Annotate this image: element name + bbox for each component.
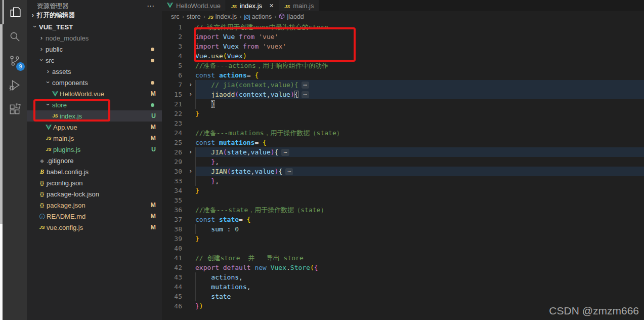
- fold-chevron-icon[interactable]: ›: [186, 90, 195, 99]
- line-number: 41: [162, 253, 186, 263]
- code-token: }: [195, 302, 199, 310]
- breadcrumb-item-index.js[interactable]: JSindex.js: [208, 13, 237, 20]
- activity-item-run-debug[interactable]: [3, 73, 27, 97]
- code-line-40: 40: [162, 244, 644, 253]
- tree-item-src[interactable]: ›src: [27, 55, 162, 66]
- tree-item-node_modules[interactable]: ›node_modules: [27, 32, 162, 44]
- line-number: 1: [162, 22, 186, 32]
- chevron-right-icon[interactable]: ›: [37, 34, 46, 42]
- tree-item-components[interactable]: ›components: [27, 77, 162, 88]
- tree-item-public[interactable]: ›public: [27, 44, 162, 55]
- tree-item-babel.config.js[interactable]: Bbabel.config.js: [27, 166, 162, 177]
- tab-label: HelloWorld.vue: [176, 2, 221, 10]
- folded-code-badge[interactable]: ⋯: [281, 149, 289, 156]
- sidebar-more-actions-icon[interactable]: ⋯: [147, 2, 155, 11]
- code-token: [195, 100, 211, 108]
- tree-item-store[interactable]: ›store: [27, 99, 162, 110]
- breadcrumb-item-jiaodd[interactable]: jiaodd: [279, 13, 304, 21]
- code-token: from: [243, 43, 263, 50]
- fold-gutter: [186, 157, 195, 167]
- activity-item-search[interactable]: [3, 24, 27, 49]
- breadcrumb-item-src[interactable]: src: [171, 13, 180, 20]
- code-line-42: 42export default new Vuex.Store({: [162, 263, 644, 272]
- chevron-right-icon[interactable]: ›: [44, 67, 52, 75]
- tree-item-assets[interactable]: ›assets: [27, 66, 162, 77]
- line-number: 4: [162, 51, 186, 61]
- folded-code-badge[interactable]: ⋯: [302, 91, 309, 98]
- activity-item-source-control[interactable]: 9: [3, 49, 27, 73]
- chevron-down-icon[interactable]: ›: [45, 78, 52, 86]
- code-token: [195, 168, 211, 175]
- code-line-3: 3import Vuex from 'vuex': [162, 42, 644, 51]
- code-text: [195, 195, 644, 205]
- fold-chevron-icon[interactable]: ›: [186, 80, 195, 90]
- activity-item-explorer[interactable]: [3, 0, 27, 24]
- tree-item-package-lock.json[interactable]: {}package-lock.json: [27, 188, 162, 199]
- tab-index.js[interactable]: JSindex.js✕: [226, 0, 279, 11]
- modified-children-dot: [151, 103, 154, 107]
- tree-item-label: App.vue: [53, 124, 77, 131]
- breadcrumb-item-actions[interactable]: [∅]actions: [244, 13, 272, 20]
- tree-item-vue.config.js[interactable]: JSvue.config.jsM: [27, 222, 162, 233]
- code-token: {: [278, 168, 282, 175]
- activity-item-extensions[interactable]: [3, 97, 27, 122]
- tab-HelloWorld.vue[interactable]: HelloWorld.vue: [162, 0, 226, 11]
- tree-item-index.js[interactable]: JSindex.jsU: [27, 110, 162, 122]
- chevron-down-icon[interactable]: ›: [31, 22, 39, 30]
- code-line-41: 41// 创建store 并 导出 store: [162, 253, 644, 263]
- breadcrumb: src›store›JSindex.js›[∅]actions›jiaodd: [162, 11, 644, 22]
- chevron-right-icon[interactable]: ›: [37, 45, 46, 53]
- code-line-33: 33 },: [162, 176, 644, 186]
- file-icon: JS: [44, 136, 53, 141]
- code-token: // 创建store 并 导出 store: [195, 254, 304, 262]
- tree-item-label: HelloWorld.vue: [60, 90, 104, 98]
- fold-gutter: [186, 205, 195, 215]
- line-number: 21: [162, 99, 186, 109]
- tree-item-App.vue[interactable]: App.vueM: [27, 122, 162, 133]
- tree-item-label: index.js: [60, 112, 82, 120]
- git-status-badge: M: [151, 224, 156, 231]
- code-token: JIAN: [211, 168, 227, 175]
- code-token: actions: [219, 71, 247, 79]
- tree-item-plugins.js[interactable]: JSplugins.jsU: [27, 144, 162, 155]
- tree-item-README.md[interactable]: iREADME.mdM: [27, 211, 162, 222]
- breadcrumb-label: actions: [252, 13, 272, 20]
- code-token: value: [271, 91, 290, 98]
- close-tab-icon[interactable]: ✕: [269, 3, 274, 9]
- fold-gutter: [186, 272, 195, 282]
- git-status-badge: U: [151, 112, 156, 119]
- code-line-43: 43 actions,: [162, 272, 644, 282]
- symbol-method-icon: [279, 13, 285, 19]
- code-text: },: [195, 176, 644, 186]
- tree-item-package.json[interactable]: {}package.jsonM: [27, 199, 162, 211]
- fold-chevron-icon[interactable]: ›: [186, 167, 195, 176]
- fold-gutter: [186, 22, 195, 32]
- tree-item-jsconfig.json[interactable]: {}jsconfig.json: [27, 177, 162, 188]
- code-token: const: [195, 139, 219, 146]
- tree-item-.gitignore[interactable]: ◆.gitignore: [27, 155, 162, 166]
- fold-chevron-icon[interactable]: ›: [186, 147, 195, 157]
- open-editors-section[interactable]: › 打开的编辑器: [27, 10, 162, 21]
- tree-item-main.js[interactable]: JSmain.jsM: [27, 133, 162, 144]
- chevron-down-icon[interactable]: ›: [38, 56, 46, 64]
- code-token: // jia(context,value){: [195, 81, 298, 89]
- line-number: 15: [162, 90, 186, 99]
- breadcrumb-icon: [279, 13, 285, 21]
- js-file-icon: JS: [231, 4, 237, 9]
- code-text: // 创建store 并 导出 store: [195, 253, 644, 263]
- line-number: 43: [162, 272, 186, 282]
- tree-item-label: main.js: [53, 135, 74, 142]
- code-line-46: 46}): [162, 301, 644, 311]
- json-file-icon: {}: [40, 203, 44, 208]
- code-token: Vue: [195, 52, 207, 60]
- code-token: [195, 158, 211, 166]
- tree-item-HelloWorld.vue[interactable]: HelloWorld.vueM: [27, 88, 162, 99]
- breadcrumb-item-store[interactable]: store: [187, 13, 201, 20]
- code-token: //准备---state，用于操作数据（state）: [195, 206, 327, 214]
- chevron-down-icon[interactable]: ›: [45, 100, 52, 108]
- folded-code-badge[interactable]: ⋯: [302, 82, 309, 89]
- tree-item-VUE_TEST[interactable]: ›VUE_TEST: [27, 21, 162, 32]
- breadcrumb-separator-icon: ›: [182, 13, 184, 20]
- tab-main.js[interactable]: JSmain.js: [279, 0, 319, 11]
- folded-code-badge[interactable]: ⋯: [285, 168, 293, 175]
